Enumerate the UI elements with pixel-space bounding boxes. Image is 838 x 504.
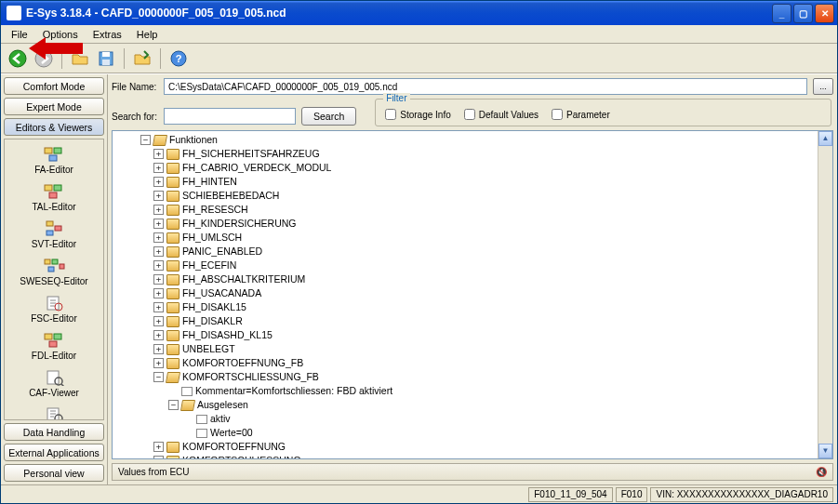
scroll-up-icon[interactable]: ▲ <box>818 131 832 146</box>
tree-scrollbar[interactable]: ▲ ▼ <box>818 131 832 458</box>
filter-groupbox: Filter Storage Info Default Values Param… <box>375 99 831 126</box>
menu-file[interactable]: File <box>5 27 34 42</box>
filter-parameter-checkbox[interactable]: Parameter <box>552 109 610 120</box>
sidebar-item-caf-viewer[interactable]: CAF-Viewer <box>5 365 103 403</box>
open-folder-button[interactable] <box>131 47 153 70</box>
minimize-button[interactable]: _ <box>772 4 791 23</box>
close-button[interactable]: ✕ <box>815 4 834 23</box>
svg-point-1 <box>35 50 52 67</box>
menu-options[interactable]: Options <box>36 27 85 42</box>
forward-button[interactable] <box>33 47 55 70</box>
svg-rect-8 <box>54 148 61 153</box>
sidebar-item-sweseq-editor[interactable]: SWESEQ-Editor <box>5 254 103 291</box>
tree-node[interactable]: +FH_HINTEN <box>153 175 816 189</box>
tree-node[interactable]: Werte=00 <box>183 426 816 440</box>
status-cell-2: F010 <box>616 487 648 502</box>
svg-text:?: ? <box>176 53 182 64</box>
svg-rect-19 <box>48 267 54 272</box>
tree-node[interactable]: +KOMFORTOEFFNUNG_FB <box>153 356 816 370</box>
tree-node[interactable]: +KOMFORTSCHLIESSUNG <box>153 454 816 458</box>
status-cell-1: F010_11_09_504 <box>528 487 612 502</box>
svg-rect-12 <box>49 192 57 198</box>
tree-node[interactable]: +FH_DISAKL15 <box>153 300 816 314</box>
search-input[interactable] <box>164 108 296 125</box>
window-title: E-Sys 3.18.4 - CAFD_0000000F_005_019_005… <box>26 7 772 20</box>
sidebar-item-tal-editor[interactable]: TAL-Editor <box>5 179 103 217</box>
svg-rect-24 <box>49 341 57 347</box>
filename-input[interactable] <box>164 78 807 95</box>
editors-viewers-button[interactable]: Editors & Viewers <box>4 118 104 136</box>
menubar: File Options Extras Help <box>1 25 837 44</box>
svg-rect-4 <box>102 60 110 65</box>
tree-node[interactable]: +FH_ECEFIN <box>153 259 816 272</box>
search-button[interactable]: Search <box>301 107 356 126</box>
menu-extras[interactable]: Extras <box>86 27 128 42</box>
back-button[interactable] <box>7 47 29 70</box>
sidebar: Comfort Mode Expert Mode Editors & Viewe… <box>1 74 108 484</box>
tree-node[interactable]: −Funktionen <box>140 133 816 147</box>
statusbar: F010_11_09_504 F010 VIN: XXXXXXXXXXXXXXX… <box>1 484 837 503</box>
svg-rect-10 <box>45 185 52 191</box>
svg-rect-14 <box>55 226 61 231</box>
svg-rect-11 <box>54 185 61 191</box>
svg-rect-16 <box>45 259 50 264</box>
save-button[interactable] <box>95 47 117 70</box>
sidebar-item-log-viewer[interactable]: Log-Viewer <box>5 403 103 420</box>
tree-node[interactable]: −Ausgelesen <box>168 398 816 412</box>
titlebar: E-Sys 3.18.4 - CAFD_0000000F_005_019_005… <box>1 1 837 25</box>
tree-node[interactable]: +FH_DISAKLR <box>153 314 816 328</box>
tree-node[interactable]: +KOMFORTOEFFNUNG <box>153 440 816 454</box>
tree-node[interactable]: Kommentar=Komfortschliessen: FBD aktivie… <box>168 384 816 398</box>
tree-node[interactable]: +FH_DISASHD_KL15 <box>153 328 816 342</box>
scroll-down-icon[interactable]: ▼ <box>818 444 832 458</box>
svg-rect-3 <box>102 52 110 57</box>
personal-view-button[interactable]: Personal view <box>4 464 104 482</box>
svg-rect-15 <box>47 231 53 235</box>
svg-rect-17 <box>52 259 58 264</box>
filter-default-checkbox[interactable]: Default Values <box>464 109 539 120</box>
tree-node[interactable]: +FH_KINDERSICHERUNG <box>153 217 816 231</box>
maximize-button[interactable]: ▢ <box>793 4 813 23</box>
sidebar-item-fa-editor[interactable]: FA-Editor <box>5 142 103 179</box>
tree-node[interactable]: +FH_UMLSCH <box>153 231 816 245</box>
main-panel: File Name: ... Search for: Search Filter… <box>108 74 837 484</box>
filter-legend: Filter <box>383 93 409 103</box>
toolbar: ? <box>1 44 837 73</box>
sidebar-item-fdl-editor[interactable]: FDL-Editor <box>5 328 103 365</box>
values-from-ecu-bar[interactable]: Values from ECU 🔇 <box>112 463 833 481</box>
svg-rect-13 <box>47 221 53 226</box>
tree-node[interactable]: +FH_ABSCHALTKRITERIUM <box>153 272 816 286</box>
tree-node[interactable]: +FH_SICHERHEITSFAHRZEUG <box>153 147 816 161</box>
tree-node[interactable]: +UNBELEGT <box>153 342 816 356</box>
comfort-mode-button[interactable]: Comfort Mode <box>4 77 104 95</box>
menu-help[interactable]: Help <box>130 27 165 42</box>
external-apps-button[interactable]: External Applications <box>4 444 104 461</box>
svg-rect-23 <box>54 334 61 339</box>
sidebar-item-svt-editor[interactable]: SVT-Editor <box>5 217 103 254</box>
tree-node[interactable]: +FH_CABRIO_VERDECK_MODUL <box>153 161 816 175</box>
svg-rect-18 <box>60 264 64 269</box>
tree[interactable]: −Funktionen+FH_SICHERHEITSFAHRZEUG+FH_CA… <box>113 131 818 458</box>
tree-node[interactable]: aktiv <box>183 412 816 426</box>
tree-node[interactable]: +PANIC_ENABLED <box>153 245 816 259</box>
tree-node[interactable]: +FH_USACANADA <box>153 286 816 300</box>
filter-storage-checkbox[interactable]: Storage Info <box>385 109 450 120</box>
svg-rect-22 <box>45 334 52 339</box>
tree-node[interactable]: +SCHIEBEHEBEDACH <box>153 189 816 203</box>
tree-node[interactable]: −KOMFORTSCHLIESSUNG_FB <box>153 370 816 384</box>
sidebar-items-list: FA-Editor TAL-Editor SVT-Editor SWESEQ-E… <box>4 139 104 420</box>
tree-panel: −Funktionen+FH_SICHERHEITSFAHRZEUG+FH_CA… <box>112 130 833 459</box>
data-handling-button[interactable]: Data Handling <box>4 423 104 441</box>
values-label: Values from ECU <box>118 467 190 477</box>
sidebar-item-fsc-editor[interactable]: FSC-Editor <box>5 291 103 328</box>
filename-label: File Name: <box>112 82 158 92</box>
expert-mode-button[interactable]: Expert Mode <box>4 98 104 115</box>
searchfor-label: Search for: <box>112 112 158 122</box>
svg-point-0 <box>9 50 26 67</box>
sound-icon: 🔇 <box>816 467 827 477</box>
help-button[interactable]: ? <box>167 47 190 70</box>
tree-node[interactable]: +FH_RESESCH <box>153 203 816 217</box>
open-button[interactable] <box>69 47 91 70</box>
status-cell-3: VIN: XXXXXXXXXXXXXXX_DIAGADR10 <box>650 487 833 502</box>
browse-button[interactable]: ... <box>813 78 833 95</box>
